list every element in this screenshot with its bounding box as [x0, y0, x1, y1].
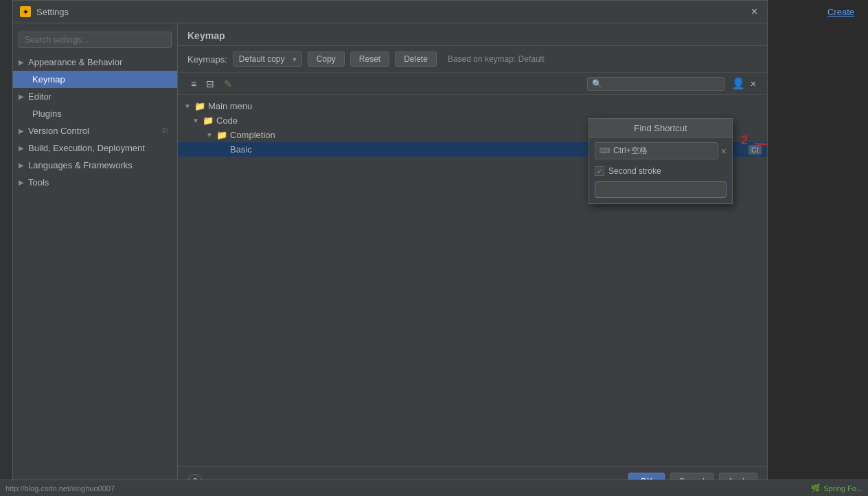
- sidebar-item-label: Build, Execution, Deployment: [28, 143, 145, 153]
- sidebar-item-label: Version Control: [28, 126, 89, 136]
- create-link[interactable]: Create: [827, 7, 854, 17]
- copy-button[interactable]: Copy: [308, 52, 345, 67]
- keymaps-label: Keymaps:: [187, 54, 227, 65]
- sidebar: ▶ Appearance & Behavior Keymap ▶ Editor …: [13, 23, 178, 495]
- second-stroke-row: ✓ Second stroke: [589, 164, 732, 179]
- sidebar-item-languages[interactable]: ▶ Languages & Frameworks: [13, 157, 177, 174]
- folder-icon: 📁: [194, 101, 205, 111]
- sidebar-item-label: Keymap: [32, 74, 65, 84]
- keymaps-bar: Keymaps: Default copy ▼ Copy Reset Delet…: [178, 46, 767, 73]
- arrow-icon: ▶: [19, 179, 24, 186]
- main-content: Keymap Keymaps: Default copy ▼ Copy Rese…: [178, 23, 767, 495]
- keyboard-icon: ⌨: [599, 146, 610, 155]
- toolbar-right-buttons: 👤 ×: [730, 76, 757, 91]
- sidebar-item-label: Appearance & Behavior: [28, 57, 122, 67]
- toolbar-search: 🔍: [587, 77, 724, 91]
- title-bar: ✦ Settings ×: [13, 1, 767, 23]
- sidebar-item-plugins[interactable]: Plugins: [13, 105, 177, 122]
- settings-dialog: ✦ Settings × ▶ Appearance & Behavior Key…: [12, 0, 768, 496]
- tree-item-main-menu[interactable]: ▼ 📁 Main menu: [178, 99, 767, 113]
- dialog-title: Settings: [36, 7, 69, 17]
- shortcut-clear-button[interactable]: ×: [721, 146, 727, 157]
- toolbar-row: ≡ ⊟ ✎ 🔍 👤 ×: [178, 73, 767, 95]
- settings-icon: ✦: [20, 6, 31, 17]
- spring-badge: 🌿 Spring Fo...: [811, 484, 863, 493]
- editor-gutter: [0, 0, 12, 496]
- toggle-spacer: ▶: [219, 146, 227, 153]
- vcs-badge: ⚐: [161, 126, 169, 136]
- folder-icon: 📁: [203, 115, 214, 126]
- toggle-icon: ▼: [205, 131, 214, 139]
- tree-label: Completion: [230, 130, 275, 140]
- ide-bottom-bar: http://blog.csdn.net/xinghuo0007 🌿 Sprin…: [0, 480, 868, 496]
- sidebar-item-keymap[interactable]: Keymap: [13, 71, 177, 88]
- sidebar-item-label: Languages & Frameworks: [28, 160, 133, 170]
- arrow-icon: ▶: [19, 161, 24, 169]
- edit-button[interactable]: ✎: [220, 76, 236, 91]
- close-button[interactable]: ×: [749, 5, 760, 19]
- shortcut-input-row: ⌨ Ctrl+空格 ×: [589, 138, 732, 164]
- sidebar-item-appearance[interactable]: ▶ Appearance & Behavior: [13, 54, 177, 71]
- ide-bottom-text: http://blog.csdn.net/xinghuo0007: [5, 484, 115, 493]
- shortcut-badge: Ct: [749, 145, 762, 155]
- second-stroke-input[interactable]: [595, 181, 727, 198]
- sidebar-item-tools[interactable]: ▶ Tools: [13, 174, 177, 191]
- find-shortcut-popup: Find Shortcut ⌨ Ctrl+空格 × ✓ Second strok…: [589, 118, 733, 204]
- sidebar-item-label: Plugins: [32, 109, 62, 119]
- user-icon-button[interactable]: 👤: [730, 76, 746, 91]
- section-title: Keymap: [178, 23, 767, 46]
- sidebar-item-editor[interactable]: ▶ Editor: [13, 88, 177, 105]
- dialog-body: ▶ Appearance & Behavior Keymap ▶ Editor …: [13, 23, 767, 495]
- expand-all-button[interactable]: ≡: [187, 76, 200, 91]
- collapse-all-button[interactable]: ⊟: [203, 76, 218, 91]
- spring-icon: 🌿: [811, 484, 821, 493]
- tree-label: Code: [216, 115, 238, 126]
- toggle-icon: ▼: [183, 102, 192, 110]
- clear-search-button[interactable]: ×: [749, 76, 757, 91]
- sidebar-item-build[interactable]: ▶ Build, Execution, Deployment: [13, 139, 177, 157]
- arrow-icon: ▶: [19, 144, 24, 152]
- tree-label: Main menu: [208, 101, 252, 111]
- toggle-icon: ▼: [192, 117, 200, 124]
- sidebar-item-label: Editor: [28, 91, 52, 102]
- folder-icon: 📁: [216, 130, 227, 140]
- search-input[interactable]: [19, 32, 172, 48]
- sidebar-item-label: Tools: [28, 177, 49, 188]
- arrow-icon: ▶: [19, 93, 24, 100]
- second-stroke-checkbox[interactable]: ✓: [595, 166, 604, 176]
- keymaps-select[interactable]: Default copy: [233, 52, 302, 67]
- sidebar-item-vcs[interactable]: ▶ Version Control ⚐: [13, 122, 177, 139]
- find-shortcut-title: Find Shortcut: [589, 119, 732, 138]
- arrow-icon: ▶: [19, 127, 24, 135]
- spring-text: Spring Fo...: [823, 484, 863, 493]
- search-icon: 🔍: [592, 79, 602, 89]
- title-bar-left: ✦ Settings: [20, 6, 69, 17]
- shortcut-value: Ctrl+空格: [613, 145, 648, 157]
- ide-right-panel: [762, 0, 868, 496]
- based-on-text: Based on keymap: Default: [448, 54, 545, 64]
- delete-button[interactable]: Delete: [395, 52, 437, 67]
- toolbar-search-input[interactable]: [605, 79, 720, 89]
- second-input-row: [589, 179, 732, 203]
- second-stroke-label: Second stroke: [608, 166, 661, 176]
- tree-label: Basic: [230, 144, 252, 155]
- reset-button[interactable]: Reset: [350, 52, 389, 67]
- shortcut-input-box[interactable]: ⌨ Ctrl+空格: [595, 142, 718, 159]
- keymaps-select-wrapper: Default copy ▼: [233, 52, 302, 67]
- arrow-icon: ▶: [19, 58, 24, 66]
